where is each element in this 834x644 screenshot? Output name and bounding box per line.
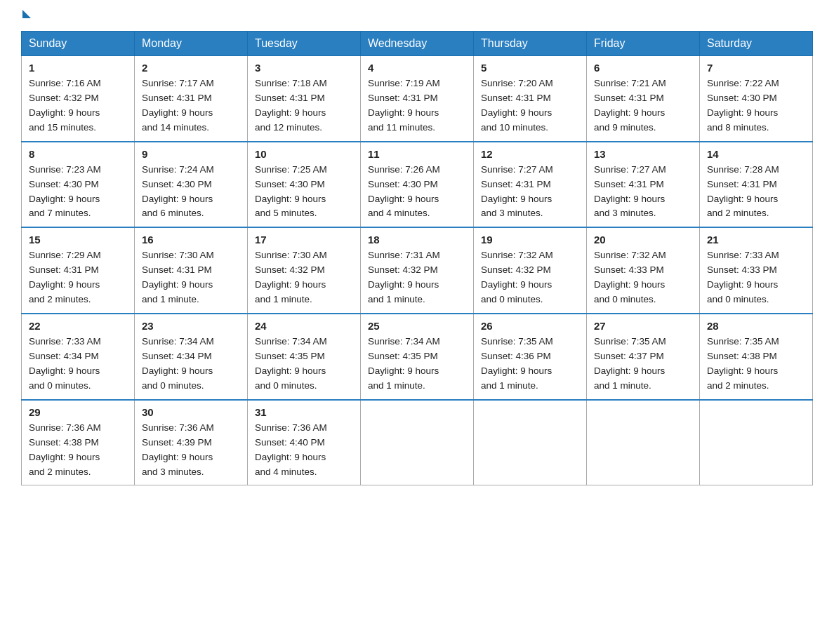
day-info: Sunrise: 7:22 AMSunset: 4:30 PMDaylight:…	[707, 76, 805, 135]
day-number: 16	[142, 234, 240, 246]
day-info: Sunrise: 7:35 AMSunset: 4:36 PMDaylight:…	[481, 335, 579, 394]
calendar-day-cell: 17Sunrise: 7:30 AMSunset: 4:32 PMDayligh…	[248, 227, 361, 314]
day-number: 21	[707, 234, 805, 246]
calendar-day-cell	[700, 400, 813, 485]
calendar-week-row: 8Sunrise: 7:23 AMSunset: 4:30 PMDaylight…	[22, 142, 813, 228]
weekday-header-monday: Monday	[135, 32, 248, 56]
day-info: Sunrise: 7:19 AMSunset: 4:31 PMDaylight:…	[368, 76, 466, 135]
day-info: Sunrise: 7:23 AMSunset: 4:30 PMDaylight:…	[29, 163, 127, 222]
day-number: 4	[368, 62, 466, 74]
day-number: 27	[594, 320, 692, 332]
calendar-day-cell: 28Sunrise: 7:35 AMSunset: 4:38 PMDayligh…	[700, 314, 813, 400]
calendar-day-cell: 19Sunrise: 7:32 AMSunset: 4:32 PMDayligh…	[474, 227, 587, 314]
day-info: Sunrise: 7:27 AMSunset: 4:31 PMDaylight:…	[594, 163, 692, 222]
day-number: 12	[481, 148, 579, 160]
day-number: 9	[142, 148, 240, 160]
calendar-day-cell: 6Sunrise: 7:21 AMSunset: 4:31 PMDaylight…	[587, 56, 700, 142]
calendar-day-cell	[587, 400, 700, 485]
calendar-day-cell: 22Sunrise: 7:33 AMSunset: 4:34 PMDayligh…	[22, 314, 135, 400]
weekday-header-wednesday: Wednesday	[361, 32, 474, 56]
day-number: 31	[255, 406, 353, 418]
weekday-header-sunday: Sunday	[22, 32, 135, 56]
day-number: 8	[29, 148, 127, 160]
weekday-header-thursday: Thursday	[474, 32, 587, 56]
day-info: Sunrise: 7:30 AMSunset: 4:31 PMDaylight:…	[142, 248, 240, 307]
weekday-header-tuesday: Tuesday	[248, 32, 361, 56]
day-number: 10	[255, 148, 353, 160]
calendar-day-cell: 13Sunrise: 7:27 AMSunset: 4:31 PMDayligh…	[587, 142, 700, 228]
calendar-table: SundayMondayTuesdayWednesdayThursdayFrid…	[21, 31, 813, 485]
calendar-day-cell: 27Sunrise: 7:35 AMSunset: 4:37 PMDayligh…	[587, 314, 700, 400]
day-number: 23	[142, 320, 240, 332]
calendar-day-cell: 16Sunrise: 7:30 AMSunset: 4:31 PMDayligh…	[135, 227, 248, 314]
day-info: Sunrise: 7:36 AMSunset: 4:39 PMDaylight:…	[142, 421, 240, 480]
calendar-day-cell: 30Sunrise: 7:36 AMSunset: 4:39 PMDayligh…	[135, 400, 248, 485]
calendar-day-cell: 4Sunrise: 7:19 AMSunset: 4:31 PMDaylight…	[361, 56, 474, 142]
calendar-day-cell: 11Sunrise: 7:26 AMSunset: 4:30 PMDayligh…	[361, 142, 474, 228]
day-info: Sunrise: 7:36 AMSunset: 4:38 PMDaylight:…	[29, 421, 127, 480]
day-info: Sunrise: 7:28 AMSunset: 4:31 PMDaylight:…	[707, 163, 805, 222]
calendar-day-cell: 2Sunrise: 7:17 AMSunset: 4:31 PMDaylight…	[135, 56, 248, 142]
day-info: Sunrise: 7:17 AMSunset: 4:31 PMDaylight:…	[142, 76, 240, 135]
calendar-week-row: 1Sunrise: 7:16 AMSunset: 4:32 PMDaylight…	[22, 56, 813, 142]
day-info: Sunrise: 7:32 AMSunset: 4:33 PMDaylight:…	[594, 248, 692, 307]
calendar-day-cell: 12Sunrise: 7:27 AMSunset: 4:31 PMDayligh…	[474, 142, 587, 228]
day-number: 6	[594, 62, 692, 74]
calendar-day-cell: 5Sunrise: 7:20 AMSunset: 4:31 PMDaylight…	[474, 56, 587, 142]
calendar-day-cell: 15Sunrise: 7:29 AMSunset: 4:31 PMDayligh…	[22, 227, 135, 314]
day-number: 2	[142, 62, 240, 74]
day-number: 13	[594, 148, 692, 160]
day-number: 25	[368, 320, 466, 332]
day-info: Sunrise: 7:24 AMSunset: 4:30 PMDaylight:…	[142, 163, 240, 222]
calendar-week-row: 29Sunrise: 7:36 AMSunset: 4:38 PMDayligh…	[22, 400, 813, 485]
calendar-day-cell: 1Sunrise: 7:16 AMSunset: 4:32 PMDaylight…	[22, 56, 135, 142]
day-number: 15	[29, 234, 127, 246]
day-number: 30	[142, 406, 240, 418]
calendar-day-cell: 8Sunrise: 7:23 AMSunset: 4:30 PMDaylight…	[22, 142, 135, 228]
calendar-day-cell: 25Sunrise: 7:34 AMSunset: 4:35 PMDayligh…	[361, 314, 474, 400]
day-number: 24	[255, 320, 353, 332]
logo	[21, 14, 31, 18]
weekday-header-friday: Friday	[587, 32, 700, 56]
day-info: Sunrise: 7:18 AMSunset: 4:31 PMDaylight:…	[255, 76, 353, 135]
day-number: 3	[255, 62, 353, 74]
weekday-header-row: SundayMondayTuesdayWednesdayThursdayFrid…	[22, 32, 813, 56]
day-info: Sunrise: 7:33 AMSunset: 4:33 PMDaylight:…	[707, 248, 805, 307]
day-info: Sunrise: 7:34 AMSunset: 4:35 PMDaylight:…	[368, 335, 466, 394]
calendar-week-row: 15Sunrise: 7:29 AMSunset: 4:31 PMDayligh…	[22, 227, 813, 314]
day-info: Sunrise: 7:31 AMSunset: 4:32 PMDaylight:…	[368, 248, 466, 307]
day-number: 26	[481, 320, 579, 332]
day-number: 11	[368, 148, 466, 160]
day-number: 1	[29, 62, 127, 74]
day-info: Sunrise: 7:26 AMSunset: 4:30 PMDaylight:…	[368, 163, 466, 222]
calendar-week-row: 22Sunrise: 7:33 AMSunset: 4:34 PMDayligh…	[22, 314, 813, 400]
calendar-day-cell	[361, 400, 474, 485]
day-number: 7	[707, 62, 805, 74]
day-number: 22	[29, 320, 127, 332]
calendar-day-cell: 21Sunrise: 7:33 AMSunset: 4:33 PMDayligh…	[700, 227, 813, 314]
day-number: 20	[594, 234, 692, 246]
day-info: Sunrise: 7:33 AMSunset: 4:34 PMDaylight:…	[29, 335, 127, 394]
day-info: Sunrise: 7:29 AMSunset: 4:31 PMDaylight:…	[29, 248, 127, 307]
day-number: 17	[255, 234, 353, 246]
day-number: 14	[707, 148, 805, 160]
calendar-day-cell: 14Sunrise: 7:28 AMSunset: 4:31 PMDayligh…	[700, 142, 813, 228]
calendar-day-cell: 7Sunrise: 7:22 AMSunset: 4:30 PMDaylight…	[700, 56, 813, 142]
day-info: Sunrise: 7:21 AMSunset: 4:31 PMDaylight:…	[594, 76, 692, 135]
day-number: 5	[481, 62, 579, 74]
day-info: Sunrise: 7:25 AMSunset: 4:30 PMDaylight:…	[255, 163, 353, 222]
calendar-day-cell: 29Sunrise: 7:36 AMSunset: 4:38 PMDayligh…	[22, 400, 135, 485]
calendar-day-cell: 18Sunrise: 7:31 AMSunset: 4:32 PMDayligh…	[361, 227, 474, 314]
day-number: 28	[707, 320, 805, 332]
calendar-day-cell: 3Sunrise: 7:18 AMSunset: 4:31 PMDaylight…	[248, 56, 361, 142]
day-number: 29	[29, 406, 127, 418]
logo-triangle-icon	[22, 10, 31, 18]
day-info: Sunrise: 7:36 AMSunset: 4:40 PMDaylight:…	[255, 421, 353, 480]
day-info: Sunrise: 7:30 AMSunset: 4:32 PMDaylight:…	[255, 248, 353, 307]
calendar-day-cell: 20Sunrise: 7:32 AMSunset: 4:33 PMDayligh…	[587, 227, 700, 314]
calendar-day-cell: 10Sunrise: 7:25 AMSunset: 4:30 PMDayligh…	[248, 142, 361, 228]
day-info: Sunrise: 7:16 AMSunset: 4:32 PMDaylight:…	[29, 76, 127, 135]
calendar-day-cell: 23Sunrise: 7:34 AMSunset: 4:34 PMDayligh…	[135, 314, 248, 400]
day-info: Sunrise: 7:34 AMSunset: 4:34 PMDaylight:…	[142, 335, 240, 394]
calendar-day-cell: 31Sunrise: 7:36 AMSunset: 4:40 PMDayligh…	[248, 400, 361, 485]
